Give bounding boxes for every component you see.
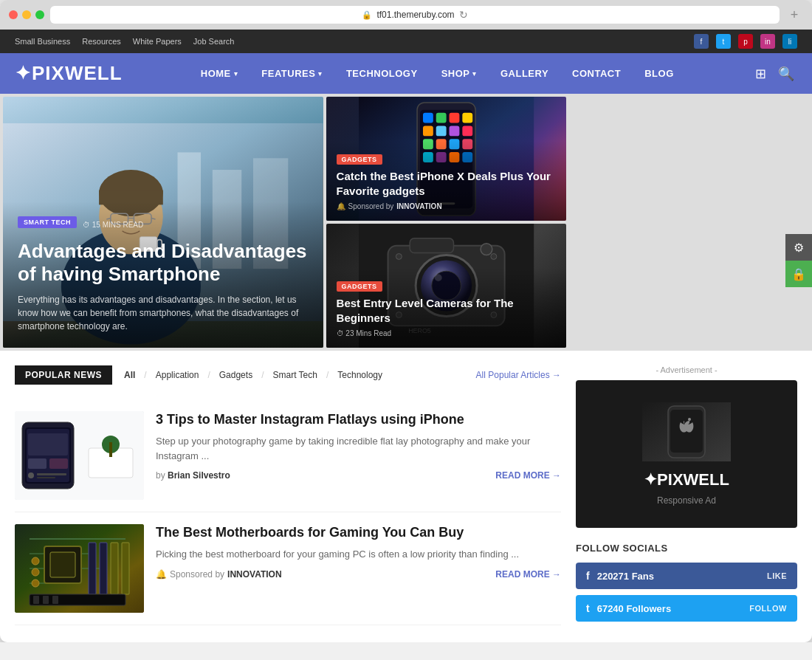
maximize-button[interactable] [35, 10, 44, 19]
new-tab-button[interactable]: + [785, 6, 803, 24]
sponsor-bell-icon-2: 🔔 [156, 569, 167, 580]
article-2-thumb-image [15, 524, 144, 613]
svg-point-73 [32, 568, 39, 576]
top-bar-links: Small Business Resources White Papers Jo… [15, 37, 234, 46]
instagram-icon[interactable]: in [760, 34, 775, 49]
article-1-read-more[interactable]: READ MORE → [495, 470, 561, 481]
nav-contact[interactable]: CONTACT [562, 62, 631, 85]
hero-main-category-badge[interactable]: SMART TECH [18, 216, 77, 228]
article-1-title[interactable]: 3 Tips to Master Instagram Flatlays usin… [156, 411, 561, 428]
nav-blog[interactable]: BLOG [634, 62, 684, 85]
hero-card2-category-badge[interactable]: GADGETS [337, 281, 382, 292]
svg-rect-69 [100, 543, 107, 594]
hero-card1-sponsor: 🔔 Sponsored by INNOVATION [337, 202, 556, 210]
nav-home[interactable]: HOME ▾ [190, 62, 249, 85]
article-2-read-more[interactable]: READ MORE → [495, 569, 561, 580]
twitter-icon[interactable]: t [716, 34, 731, 49]
article-1-author: by Brian Silvestro [156, 470, 230, 481]
site-logo[interactable]: ✦PIXWELL [15, 62, 123, 85]
svg-rect-19 [436, 113, 446, 123]
hero-main-title[interactable]: Advantages and Disadvantages of having S… [18, 240, 309, 286]
article-2-excerpt: Picking the best motherboard for your ga… [156, 547, 561, 562]
article-2-thumbnail[interactable] [15, 524, 144, 613]
svg-rect-37 [410, 238, 453, 253]
refresh-button[interactable]: ↻ [459, 9, 468, 21]
nav-technology[interactable]: TECHNOLOGY [336, 62, 428, 85]
settings-gear-button[interactable]: ⚙ [785, 234, 812, 261]
all-articles-link[interactable]: All Popular Articles → [476, 370, 561, 380]
facebook-follow-button[interactable]: f 220271 Fans LIKE [576, 563, 797, 589]
chevron-down-icon: ▾ [318, 70, 323, 78]
pinterest-icon[interactable]: p [738, 34, 753, 49]
article-1-excerpt: Step up your photography game by taking … [156, 434, 561, 463]
svg-rect-76 [33, 596, 39, 604]
follow-socials-section: FOLLOW SOCIALS f 220271 Fans LIKE t 6724… [576, 543, 797, 622]
article-1-info: 3 Tips to Master Instagram Flatlays usin… [156, 411, 561, 500]
facebook-like-action: LIKE [767, 571, 787, 580]
topbar-link-job-search[interactable]: Job Search [193, 37, 235, 46]
browser-window: 🔒 tf01.themeruby.com ↻ + Small Business … [0, 0, 812, 642]
ad-tagline: Responsive Ad [657, 495, 716, 506]
hero-main-overlay: SMART TECH ⏱ 15 MINS READ Advantages and… [3, 202, 323, 348]
linkedin-icon[interactable]: li [782, 34, 797, 49]
article-1-thumbnail[interactable] [15, 411, 144, 500]
twitter-follow-action: FOLLOW [749, 604, 787, 613]
facebook-icon[interactable]: f [694, 34, 709, 49]
ad-pixwell-logo: ✦PIXWELL [644, 470, 729, 489]
hero-card-iphone[interactable]: GADGETS Catch the Best iPhone X Deals Pl… [326, 97, 566, 221]
close-button[interactable] [9, 10, 18, 19]
svg-point-58 [28, 472, 34, 478]
popular-filters: All / Application / Gadgets / Smart Tech… [124, 370, 382, 380]
facebook-fan-count: 220271 Fans [597, 571, 654, 582]
hero-card1-category-badge[interactable]: GADGETS [337, 154, 382, 165]
page-content: Small Business Resources White Papers Jo… [0, 30, 812, 642]
twitter-follow-button[interactable]: t 67240 Followers FOLLOW [576, 595, 797, 622]
svg-rect-54 [109, 442, 112, 457]
chevron-down-icon: ▾ [234, 70, 238, 78]
filter-gadgets[interactable]: Gadgets [219, 370, 252, 380]
svg-rect-78 [52, 596, 58, 604]
topbar-link-small-business[interactable]: Small Business [15, 37, 70, 46]
logo-text: ✦PIXWELL [15, 62, 123, 85]
svg-rect-67 [50, 552, 75, 577]
hero-card-camera[interactable]: HERO5 GADGETS Best Entry Level Cameras f… [326, 224, 566, 348]
article-1-thumb-image [15, 411, 144, 500]
svg-rect-60 [37, 477, 55, 478]
article-card-2: The Best Motherboards for Gaming You Can… [15, 512, 561, 625]
filter-all[interactable]: All [124, 370, 135, 380]
svg-point-82 [688, 418, 691, 421]
hero-main-card[interactable]: SMART TECH ⏱ 15 MINS READ Advantages and… [3, 97, 323, 348]
article-2-title[interactable]: The Best Motherboards for Gaming You Can… [156, 524, 561, 541]
main-content: POPULAR NEWS All / Application / Gadgets… [15, 365, 561, 628]
hero-main-description: Everything has its advantages and disadv… [18, 293, 309, 333]
search-icon[interactable]: 🔍 [775, 63, 797, 85]
filter-application[interactable]: Application [156, 370, 199, 380]
topbar-link-resources[interactable]: Resources [82, 37, 121, 46]
hero-card-camera-overlay: GADGETS Best Entry Level Cameras for The… [326, 268, 566, 348]
topbar-link-whitepapers[interactable]: White Papers [133, 37, 182, 46]
minimize-button[interactable] [22, 10, 31, 19]
advertisement-block[interactable]: ✦PIXWELL Responsive Ad [576, 380, 797, 528]
nav-shop[interactable]: SHOP ▾ [431, 62, 487, 85]
filter-technology[interactable]: Technology [337, 370, 382, 380]
twitter-icon: t [586, 602, 590, 614]
header-widget-icon[interactable]: ⊞ [752, 63, 769, 85]
filter-smart-tech[interactable]: Smart Tech [272, 370, 317, 380]
article-2-sponsor: 🔔 Sponsored by INNOVATION [156, 569, 282, 580]
nav-gallery[interactable]: GALLERY [490, 62, 559, 85]
svg-rect-21 [462, 113, 472, 123]
twitter-follower-count: 67240 Followers [597, 603, 671, 614]
article-2-info: The Best Motherboards for Gaming You Can… [156, 524, 561, 613]
article-2-meta: 🔔 Sponsored by INNOVATION READ MORE → [156, 569, 561, 580]
svg-rect-70 [111, 543, 118, 594]
follow-socials-title: FOLLOW SOCIALS [576, 543, 797, 554]
svg-point-74 [32, 580, 39, 587]
address-bar[interactable]: 🔒 tf01.themeruby.com ↻ [50, 6, 780, 24]
nav-features[interactable]: FEATURES ▾ [251, 62, 333, 85]
lock-icon: 🔒 [362, 10, 372, 20]
settings-lock-button[interactable]: 🔒 [785, 261, 812, 287]
popular-news-header: POPULAR NEWS All / Application / Gadgets… [15, 365, 561, 385]
svg-rect-25 [462, 126, 472, 137]
hero-main-read-time: ⏱ 15 MINS READ [83, 221, 143, 229]
site-header: ✦PIXWELL HOME ▾ FEATURES ▾ TECHNOLOGY SH… [0, 53, 812, 94]
